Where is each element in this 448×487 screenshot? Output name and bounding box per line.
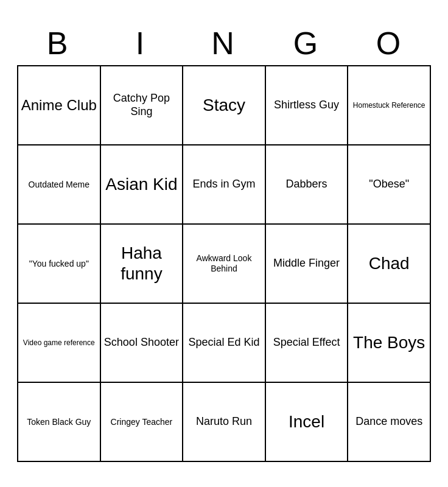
bingo-cell-13: Middle Finger — [266, 225, 349, 304]
bingo-cell-24: Dance moves — [348, 383, 431, 462]
bingo-cell-17: Special Ed Kid — [183, 304, 266, 383]
bingo-cell-6: Asian Kid — [101, 145, 184, 225]
cell-text-15: Video game reference — [23, 338, 95, 347]
cell-text-18: Special Effect — [273, 336, 340, 349]
bingo-cell-10: "You fucked up" — [18, 225, 101, 304]
cell-text-5: Outdated Meme — [29, 180, 89, 190]
cell-text-20: Token Black Guy — [27, 417, 91, 427]
cell-text-7: Ends in Gym — [192, 178, 255, 191]
bingo-cell-15: Video game reference — [18, 304, 101, 383]
header-letter-G: G — [267, 25, 346, 61]
bingo-cell-8: Dabbers — [266, 145, 349, 225]
bingo-cell-1: Catchy Pop Sing — [101, 66, 184, 145]
bingo-cell-21: Cringey Teacher — [101, 383, 184, 462]
cell-text-14: Chad — [369, 253, 410, 274]
cell-text-3: Shirtless Guy — [274, 99, 339, 112]
cell-text-10: "You fucked up" — [29, 259, 89, 269]
cell-text-6: Asian Kid — [105, 174, 177, 195]
bingo-cell-5: Outdated Meme — [18, 145, 101, 225]
cell-text-21: Cringey Teacher — [111, 417, 173, 427]
bingo-cell-9: "Obese" — [348, 145, 431, 225]
bingo-cell-14: Chad — [348, 225, 431, 304]
bingo-cell-11: Haha funny — [101, 225, 184, 304]
cell-text-4: Homestuck Reference — [353, 101, 425, 110]
bingo-cell-12: Awkward Look Behind — [183, 225, 266, 304]
bingo-cell-18: Special Effect — [266, 304, 349, 383]
bingo-cell-22: Naruto Run — [183, 383, 266, 462]
cell-text-17: Special Ed Kid — [188, 336, 259, 349]
header-letter-N: N — [184, 25, 264, 61]
cell-text-1: Catchy Pop Sing — [103, 92, 180, 118]
bingo-grid: Anime ClubCatchy Pop SingStacyShirtless … — [17, 65, 431, 462]
bingo-cell-0: Anime Club — [18, 66, 101, 145]
cell-text-8: Dabbers — [286, 178, 327, 191]
header-letter-B: B — [19, 25, 98, 61]
cell-text-12: Awkward Look Behind — [186, 253, 262, 274]
cell-text-22: Naruto Run — [196, 415, 252, 429]
bingo-cell-19: The Boys — [348, 304, 431, 383]
cell-text-16: School Shooter — [104, 336, 179, 349]
bingo-cell-16: School Shooter — [101, 304, 184, 383]
cell-text-9: "Obese" — [369, 178, 409, 191]
cell-text-24: Dance moves — [355, 415, 422, 429]
cell-text-13: Middle Finger — [273, 257, 340, 270]
bingo-cell-7: Ends in Gym — [183, 145, 266, 225]
cell-text-11: Haha funny — [103, 243, 180, 284]
bingo-card: BINGO Anime ClubCatchy Pop SingStacyShir… — [11, 19, 437, 468]
bingo-cell-4: Homestuck Reference — [348, 66, 431, 145]
bingo-cell-2: Stacy — [183, 66, 266, 145]
bingo-cell-3: Shirtless Guy — [266, 66, 349, 145]
header-letter-O: O — [350, 25, 429, 61]
cell-text-19: The Boys — [353, 332, 425, 353]
cell-text-2: Stacy — [203, 95, 245, 116]
cell-text-0: Anime Club — [21, 97, 97, 114]
bingo-cell-20: Token Black Guy — [18, 383, 101, 462]
header-letter-I: I — [102, 25, 181, 61]
bingo-header: BINGO — [17, 25, 431, 61]
cell-text-23: Incel — [289, 412, 324, 432]
bingo-cell-23: Incel — [266, 383, 349, 462]
